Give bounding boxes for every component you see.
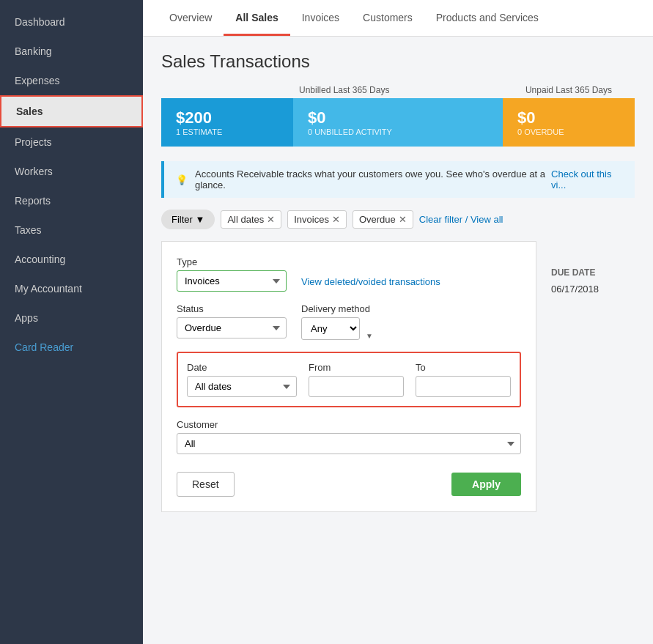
- delivery-select[interactable]: Any Email Print None: [301, 317, 360, 340]
- apply-button[interactable]: Apply: [451, 473, 521, 496]
- page-title: Sales Transactions: [161, 51, 635, 72]
- due-date-value: 06/17/2018: [551, 284, 639, 295]
- view-deleted-link[interactable]: View deleted/voided transactions: [301, 276, 440, 287]
- date-section: Date All dates Today This week This mont…: [177, 352, 521, 407]
- customer-section: Customer All Customer 1 Customer 2: [177, 419, 521, 454]
- sidebar-item-workers[interactable]: Workers: [0, 157, 143, 186]
- info-link[interactable]: Check out this vi...: [551, 169, 623, 190]
- date-field: Date All dates Today This week This mont…: [187, 362, 297, 397]
- sidebar-item-my-accountant[interactable]: My Accountant: [0, 274, 143, 303]
- overdue-label: 0 OVERDUE: [517, 127, 620, 136]
- status-label: Status: [177, 303, 287, 314]
- delivery-chevron-icon: ▼: [366, 332, 373, 340]
- to-input[interactable]: [416, 376, 511, 397]
- unbilled-label: Unbilled Last 365 Days: [299, 85, 389, 95]
- status-select[interactable]: Overdue Open Paid All: [177, 317, 287, 338]
- chip-alldates-remove[interactable]: ✕: [267, 214, 275, 225]
- tab-invoices[interactable]: Invoices: [290, 1, 351, 36]
- filter-chip-overdue: Overdue ✕: [353, 210, 413, 229]
- date-label: Date: [187, 362, 297, 373]
- filter-chip-alldates: All dates ✕: [221, 210, 281, 229]
- from-label: From: [309, 362, 404, 373]
- filter-button[interactable]: Filter ▼: [161, 210, 215, 229]
- chip-overdue-remove[interactable]: ✕: [399, 214, 407, 225]
- tab-all-sales[interactable]: All Sales: [224, 1, 289, 36]
- to-label: To: [416, 362, 511, 373]
- unbilled-sublabel: 0 UNBILLED ACTIVITY: [308, 127, 488, 136]
- customer-field: Customer All Customer 1 Customer 2: [177, 419, 521, 454]
- sidebar-item-sales[interactable]: Sales: [0, 95, 143, 127]
- sidebar-item-card-reader[interactable]: Card Reader: [0, 333, 143, 362]
- status-delivery-row: Status Overdue Open Paid All Delivery me…: [177, 303, 521, 340]
- sidebar-item-banking[interactable]: Banking: [0, 37, 143, 66]
- sidebar-item-reports[interactable]: Reports: [0, 186, 143, 215]
- status-field: Status Overdue Open Paid All: [177, 303, 287, 340]
- date-select[interactable]: All dates Today This week This month Thi…: [187, 376, 297, 397]
- unpaid-label: Unpaid Last 365 Days: [525, 85, 612, 95]
- to-field: To: [416, 362, 511, 397]
- tab-overview[interactable]: Overview: [158, 1, 224, 36]
- from-input[interactable]: [309, 376, 404, 397]
- estimate-card[interactable]: $200 1 ESTIMATE: [161, 98, 293, 147]
- sidebar-item-apps[interactable]: Apps: [0, 303, 143, 333]
- estimate-amount: $200: [176, 108, 278, 127]
- sidebar-item-taxes[interactable]: Taxes: [0, 215, 143, 245]
- reset-button[interactable]: Reset: [177, 472, 235, 497]
- page-content: Sales Transactions Unbilled Last 365 Day…: [143, 37, 653, 644]
- top-nav: OverviewAll SalesInvoicesCustomersProduc…: [143, 0, 653, 37]
- type-select[interactable]: Invoices Estimates Credit Memos Payments…: [177, 270, 287, 292]
- customer-select[interactable]: All Customer 1 Customer 2: [177, 433, 521, 454]
- unbilled-amount: $0: [308, 108, 488, 127]
- due-date-column: DUE DATE 06/17/2018: [551, 241, 639, 512]
- filter-chip-invoices: Invoices ✕: [287, 210, 347, 229]
- sidebar-item-projects[interactable]: Projects: [0, 127, 143, 157]
- info-text: Accounts Receivable tracks what your cus…: [195, 169, 548, 190]
- clear-filter-link[interactable]: Clear filter / View all: [419, 214, 503, 225]
- main-content: OverviewAll SalesInvoicesCustomersProduc…: [143, 0, 653, 644]
- filter-actions: Reset Apply: [177, 472, 521, 497]
- sidebar-item-accounting[interactable]: Accounting: [0, 245, 143, 274]
- customer-label: Customer: [177, 419, 521, 430]
- chip-overdue-label: Overdue: [359, 214, 396, 225]
- type-label: Type: [177, 256, 287, 267]
- estimate-label: 1 ESTIMATE: [176, 127, 278, 136]
- chip-alldates-label: All dates: [227, 214, 264, 225]
- lightbulb-icon: 💡: [176, 174, 188, 185]
- type-field: Type Invoices Estimates Credit Memos Pay…: [177, 256, 287, 292]
- delivery-field: Delivery method Any Email Print None ▼: [301, 303, 373, 340]
- sidebar-item-expenses[interactable]: Expenses: [0, 66, 143, 95]
- tab-customers[interactable]: Customers: [351, 1, 424, 36]
- chip-invoices-remove[interactable]: ✕: [332, 214, 340, 225]
- unbilled-card[interactable]: $0 0 UNBILLED ACTIVITY: [293, 98, 503, 147]
- filter-panel: Type Invoices Estimates Credit Memos Pay…: [161, 241, 536, 512]
- overdue-amount: $0: [517, 108, 620, 127]
- overdue-card[interactable]: $0 0 OVERDUE: [503, 98, 635, 147]
- from-field: From: [309, 362, 404, 397]
- delivery-label: Delivery method: [301, 303, 373, 314]
- chip-invoices-label: Invoices: [294, 214, 329, 225]
- tab-products-and-services[interactable]: Products and Services: [424, 1, 550, 36]
- sidebar-item-dashboard[interactable]: Dashboard: [0, 7, 143, 37]
- filter-bar: Filter ▼ All dates ✕ Invoices ✕ Overdue …: [161, 210, 635, 229]
- info-banner: 💡 Accounts Receivable tracks what your c…: [161, 161, 635, 198]
- sidebar: DashboardBankingExpensesSalesProjectsWor…: [0, 0, 143, 644]
- due-date-header: DUE DATE: [551, 267, 639, 278]
